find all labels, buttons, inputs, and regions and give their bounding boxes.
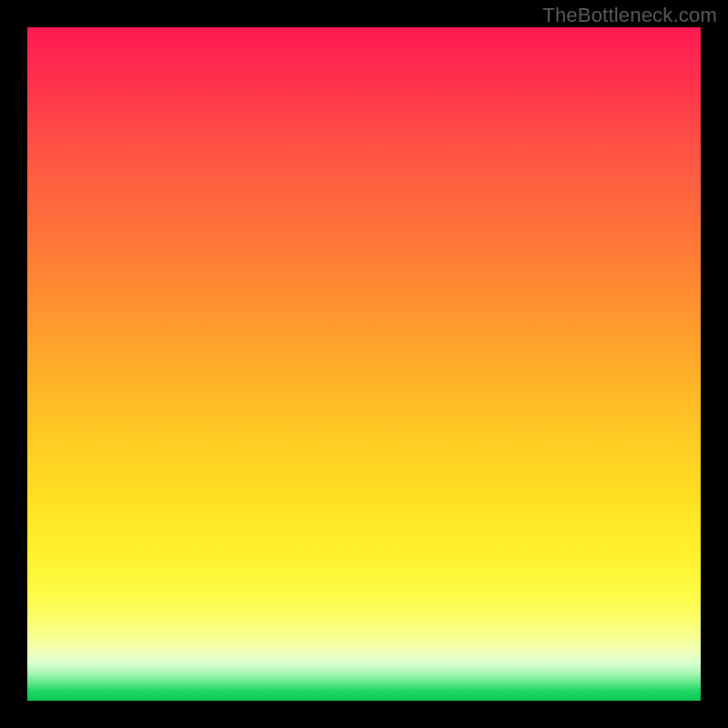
chart-frame	[27, 27, 701, 701]
watermark-label: TheBottleneck.com	[542, 4, 717, 27]
chart-plot-area	[27, 27, 701, 701]
heatmap-gradient-background	[27, 27, 701, 701]
